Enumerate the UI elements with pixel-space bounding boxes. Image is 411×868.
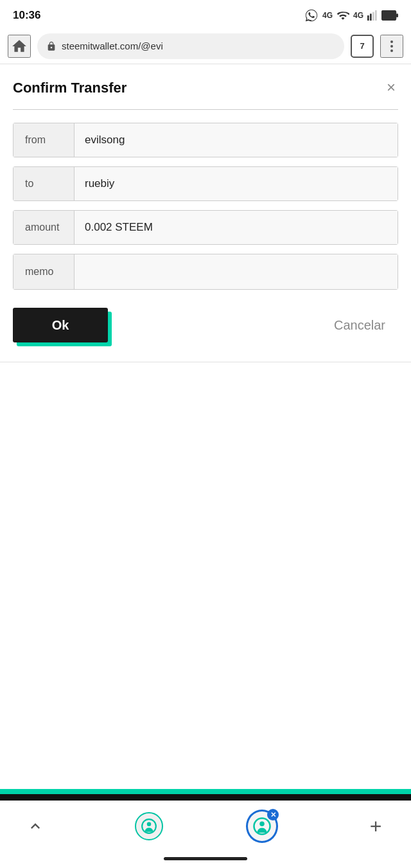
from-value: evilsong (74, 123, 398, 157)
whatsapp-icon (304, 8, 319, 22)
nav-icon-left-circle (135, 812, 163, 840)
confirm-transfer-dialog: Confirm Transfer × from evilsong to rueb… (0, 64, 411, 362)
cancel-button[interactable]: Cancelar (321, 309, 398, 342)
from-row: from evilsong (13, 123, 398, 157)
nav-back-button[interactable] (19, 810, 51, 842)
nav-plus-button[interactable]: + (360, 810, 392, 842)
svg-rect-2 (372, 12, 374, 21)
svg-point-7 (390, 40, 393, 43)
nav-icon-center (252, 817, 272, 836)
svg-point-13 (260, 822, 265, 827)
nav-icon-left (141, 818, 157, 835)
memo-label: memo (13, 254, 74, 289)
svg-rect-0 (367, 15, 369, 21)
from-label: from (13, 123, 74, 157)
battery-icon (381, 10, 398, 21)
svg-point-9 (390, 49, 393, 52)
dialog-divider (13, 109, 398, 110)
url-bar[interactable]: steemitwallet.com/@evi (37, 33, 344, 59)
memo-row: memo (13, 254, 398, 290)
ok-button-wrapper: Ok (13, 308, 108, 342)
bottom-nav: ✕ + (0, 801, 411, 852)
home-icon (11, 38, 28, 55)
svg-point-8 (390, 45, 393, 48)
svg-rect-6 (396, 13, 398, 17)
amount-row: amount 0.002 STEEM (13, 210, 398, 245)
more-vert-icon (384, 39, 399, 54)
wifi-icon (337, 9, 349, 22)
status-icons: 4G 4G (304, 8, 398, 22)
dialog-title: Confirm Transfer (13, 80, 127, 96)
lock-icon (46, 40, 57, 52)
home-indicator-bar (164, 857, 247, 860)
url-text: steemitwallet.com/@evi (62, 40, 163, 51)
browser-bar: steemitwallet.com/@evi 7 (0, 28, 411, 64)
bottom-black-bar (0, 794, 411, 801)
cell-signal-icon (367, 9, 378, 22)
dialog-header: Confirm Transfer × (13, 80, 398, 96)
amount-value: 0.002 STEEM (74, 211, 398, 244)
nav-icon-left-button[interactable] (133, 810, 165, 842)
svg-point-11 (146, 822, 151, 827)
tabs-button[interactable]: 7 (351, 35, 374, 58)
svg-rect-5 (383, 12, 393, 19)
4g-text-icon: 4G (353, 11, 363, 20)
svg-rect-3 (375, 10, 377, 21)
page-spacer (0, 362, 411, 619)
signal-4g-icon: 4G (322, 11, 333, 20)
nav-icon-center-circle: ✕ (246, 810, 278, 843)
status-bar: 10:36 4G 4G (0, 0, 411, 28)
bottom-teal-bar (0, 789, 411, 794)
to-value: ruebiy (74, 167, 398, 200)
home-indicator (0, 852, 411, 868)
dialog-buttons: Ok Cancelar (13, 308, 398, 342)
to-label: to (13, 167, 74, 200)
status-time: 10:36 (13, 9, 40, 22)
dialog-close-button[interactable]: × (384, 80, 398, 95)
browser-home-button[interactable] (8, 35, 31, 58)
browser-menu-button[interactable] (380, 35, 403, 58)
page-content: Confirm Transfer × from evilsong to rueb… (0, 64, 411, 789)
plus-icon: + (370, 816, 382, 837)
to-row: to ruebiy (13, 166, 398, 201)
svg-rect-1 (370, 13, 372, 21)
amount-label: amount (13, 211, 74, 244)
ok-button[interactable]: Ok (13, 308, 108, 342)
chevron-up-icon (26, 817, 44, 835)
nav-icon-center-button[interactable]: ✕ (246, 810, 278, 842)
memo-value (74, 254, 398, 289)
tabs-count: 7 (360, 41, 364, 51)
nav-badge: ✕ (267, 809, 279, 820)
